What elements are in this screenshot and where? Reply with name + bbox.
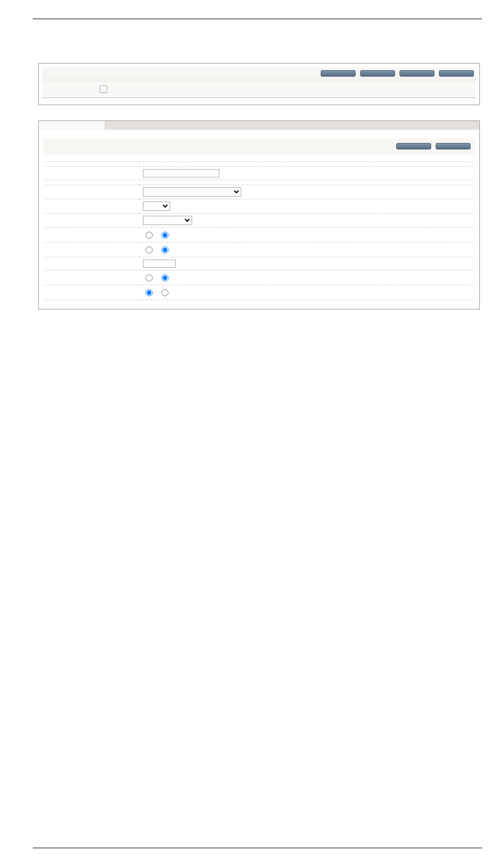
radio-input[interactable] — [161, 274, 169, 281]
radio-area-select[interactable] — [143, 202, 170, 211]
wlan-list-screenshot — [38, 63, 480, 105]
suppress-enable[interactable] — [143, 234, 156, 240]
detail-action-bar — [43, 139, 475, 155]
label-suppress — [45, 228, 140, 243]
add-button[interactable] — [399, 70, 435, 77]
label-admin — [45, 285, 140, 300]
interface-group-select[interactable] — [143, 187, 241, 197]
col-id — [165, 82, 209, 98]
disable-button[interactable] — [360, 70, 395, 77]
value-id — [140, 157, 473, 162]
label-capwap — [45, 214, 140, 228]
wlan-detail-screenshot — [38, 120, 480, 309]
tab-advanced[interactable] — [170, 121, 236, 130]
radio-input[interactable] — [146, 246, 153, 254]
radio-input[interactable] — [161, 232, 169, 239]
value-profile — [140, 162, 473, 167]
guest-disable[interactable] — [159, 277, 170, 283]
col-radio — [343, 82, 387, 98]
header-row — [42, 82, 476, 98]
suppress-disable[interactable] — [159, 234, 170, 240]
label-max — [45, 257, 140, 271]
col-check — [42, 82, 165, 98]
chapter-header — [33, 16, 482, 19]
label-aaa — [45, 243, 140, 257]
label-apg — [45, 180, 140, 185]
col-ssid — [253, 82, 298, 98]
label-profile — [45, 162, 140, 167]
col-profile — [209, 82, 253, 98]
delete-button[interactable] — [439, 70, 474, 77]
radio-input[interactable] — [161, 289, 169, 296]
aaa-disable[interactable] — [159, 249, 170, 255]
breadcrumb — [39, 130, 479, 136]
value-apg — [140, 180, 473, 185]
col-ifg — [298, 82, 343, 98]
apply-button[interactable] — [436, 143, 471, 149]
enable-button[interactable] — [321, 70, 356, 77]
tab-general[interactable] — [39, 121, 105, 130]
action-bar — [42, 67, 476, 82]
admin-enable[interactable] — [143, 291, 156, 297]
detail-table — [45, 157, 473, 300]
col-admin — [387, 82, 431, 98]
tab-security[interactable] — [105, 121, 170, 130]
admin-disable[interactable] — [159, 291, 170, 297]
radio-input[interactable] — [146, 232, 153, 239]
select-all-checkbox[interactable] — [100, 85, 107, 93]
tab-bar — [39, 121, 479, 130]
label-id — [45, 157, 140, 162]
max-stations-input[interactable] — [143, 260, 176, 268]
back-button[interactable] — [396, 143, 431, 149]
label-ssid — [45, 167, 140, 180]
radio-input[interactable] — [146, 289, 153, 296]
radio-input[interactable] — [161, 246, 169, 254]
capwap-select[interactable] — [143, 216, 192, 225]
label-guest — [45, 271, 140, 285]
guest-enable[interactable] — [143, 277, 156, 283]
label-ifg — [45, 185, 140, 199]
page-footer — [33, 848, 482, 852]
wlan-table — [42, 82, 476, 98]
label-radio — [45, 199, 140, 214]
ssid-input[interactable] — [143, 169, 219, 177]
aaa-enable[interactable] — [143, 249, 156, 255]
col-sec — [432, 82, 476, 98]
radio-input[interactable] — [146, 274, 153, 281]
